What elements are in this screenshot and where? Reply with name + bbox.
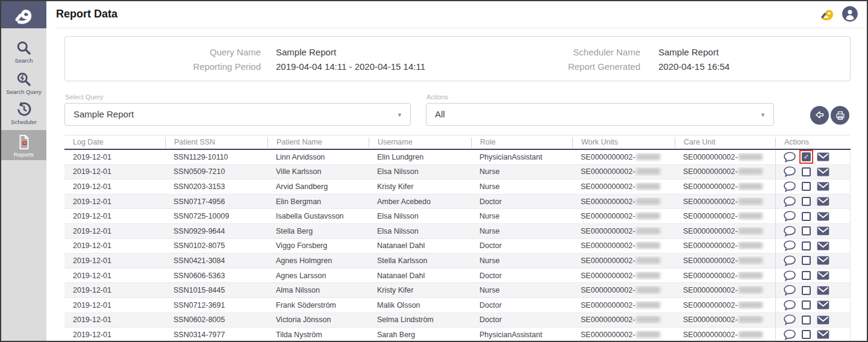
sidebar-item-search[interactable]: Search xyxy=(1,40,46,64)
cell-care-unit: SE0000000002- xyxy=(675,197,775,206)
cell-role: Doctor xyxy=(471,316,572,324)
unit-id-prefix: SE0000000002- xyxy=(581,153,635,161)
sidebar-item-label: Reports xyxy=(1,151,46,158)
cell-patient-ssn: SSN0102-8075 xyxy=(165,241,267,250)
cell-username: Elsa Nilsson xyxy=(369,167,471,176)
comment-button[interactable] xyxy=(784,240,796,251)
cell-care-unit: SE0000000002- xyxy=(675,167,775,176)
select-query-dropdown[interactable]: Sample Report ▼ xyxy=(64,103,411,126)
mail-button[interactable] xyxy=(817,286,829,295)
select-row-checkbox[interactable] xyxy=(801,285,811,296)
mail-icon xyxy=(817,330,829,339)
table-row: 2019-12-01SSN0203-3153Arvid SandbergKris… xyxy=(64,179,851,194)
select-row-checkbox[interactable]: ✓ xyxy=(801,152,811,162)
select-row-checkbox[interactable] xyxy=(801,211,811,222)
unit-id-prefix: SE0000000002- xyxy=(683,182,737,191)
redacted-value xyxy=(738,168,763,175)
comment-bubble-icon xyxy=(784,166,796,177)
mail-button[interactable] xyxy=(817,182,829,191)
comment-button[interactable] xyxy=(784,314,796,325)
checkbox-box xyxy=(802,182,811,191)
cell-username: Sarah Berg xyxy=(369,331,471,339)
comment-button[interactable] xyxy=(784,285,796,296)
cell-log-date: 2019-12-01 xyxy=(64,212,165,220)
cell-care-unit: SE0000000002- xyxy=(675,272,775,280)
comment-button[interactable] xyxy=(784,226,796,237)
sidebar-item-scheduler[interactable]: Scheduler xyxy=(1,101,46,125)
cell-username: Natanael Dahl xyxy=(369,272,471,280)
search-query-icon xyxy=(16,71,32,87)
brand-logo-icon xyxy=(819,5,836,22)
redacted-value xyxy=(636,183,660,190)
select-row-checkbox[interactable] xyxy=(801,167,811,177)
mail-button[interactable] xyxy=(817,197,829,206)
table-header: Log Date Patient SSN Patient Name Userna… xyxy=(64,135,851,150)
checkbox-box xyxy=(802,167,811,176)
comment-button[interactable] xyxy=(784,270,796,281)
unit-id-prefix: SE0000000002- xyxy=(581,272,635,280)
checkbox-box xyxy=(802,300,811,309)
unit-id-prefix: SE0000000002- xyxy=(683,227,737,235)
col-header-care-unit: Care Unit xyxy=(675,137,775,148)
cell-actions: ✓ xyxy=(775,150,851,164)
mail-icon xyxy=(817,316,829,325)
unit-id-prefix: SE0000000002- xyxy=(683,167,737,176)
redacted-value xyxy=(636,257,660,264)
cell-work-units: SE0000000002- xyxy=(572,316,675,324)
mail-button[interactable] xyxy=(817,300,829,309)
comment-button[interactable] xyxy=(784,255,796,266)
cell-actions xyxy=(775,328,851,342)
mail-icon xyxy=(817,212,829,221)
comment-button[interactable] xyxy=(784,329,796,340)
back-button[interactable] xyxy=(810,106,829,125)
mail-button[interactable] xyxy=(817,212,829,221)
actions-filter-dropdown[interactable]: All ▼ xyxy=(426,103,774,126)
mail-button[interactable] xyxy=(817,226,829,235)
select-row-checkbox[interactable] xyxy=(801,270,811,281)
mail-icon xyxy=(817,256,829,265)
comment-button[interactable] xyxy=(784,211,796,222)
comment-button[interactable] xyxy=(784,181,796,192)
comment-bubble-icon xyxy=(784,314,796,325)
user-avatar-icon[interactable] xyxy=(842,6,858,22)
select-row-checkbox[interactable] xyxy=(801,196,811,207)
cell-work-units: SE0000000002- xyxy=(572,286,675,294)
comment-button[interactable] xyxy=(784,166,796,177)
select-row-checkbox[interactable] xyxy=(801,255,811,266)
mail-button[interactable] xyxy=(817,167,829,176)
cell-role: Nurse xyxy=(471,256,572,265)
table-row: 2019-12-01SSN0929-9644Stella BergElsa Ni… xyxy=(64,224,851,239)
mail-button[interactable] xyxy=(817,271,829,280)
comment-button[interactable] xyxy=(784,152,796,163)
table-row: 2019-12-01SSN0509-7210Ville KarlssonElsa… xyxy=(64,165,851,180)
select-row-checkbox[interactable] xyxy=(801,181,811,191)
sidebar-item-label: Search Query xyxy=(1,89,46,95)
mail-button[interactable] xyxy=(817,316,829,325)
redacted-value xyxy=(636,287,660,293)
select-row-checkbox[interactable] xyxy=(801,226,811,236)
mail-button[interactable] xyxy=(817,152,829,161)
col-header-username: Username xyxy=(369,137,471,148)
comment-button[interactable] xyxy=(784,300,796,311)
sidebar-item-search-query[interactable]: Search Query xyxy=(1,71,46,95)
mail-button[interactable] xyxy=(817,241,829,250)
sidebar-item-reports[interactable]: Reports xyxy=(1,130,46,160)
select-row-checkbox[interactable] xyxy=(801,329,811,340)
table-row: 2019-12-01SSN0712-3691Frank SöderströmMa… xyxy=(64,298,851,313)
unit-id-prefix: SE0000000002- xyxy=(683,256,737,265)
redacted-value xyxy=(636,242,660,249)
cell-role: Nurse xyxy=(471,227,572,235)
print-button[interactable] xyxy=(831,106,849,125)
select-row-checkbox[interactable] xyxy=(801,300,811,310)
comment-bubble-icon xyxy=(784,211,796,222)
mail-button[interactable] xyxy=(817,330,829,339)
comment-button[interactable] xyxy=(784,196,796,207)
header-divider xyxy=(55,28,864,28)
mail-icon xyxy=(817,197,829,206)
mail-button[interactable] xyxy=(817,256,829,265)
app-logo[interactable] xyxy=(1,1,46,28)
cell-actions xyxy=(775,239,851,253)
select-row-checkbox[interactable] xyxy=(801,315,811,325)
table-row: 2019-12-01SSN0606-5363Agnes LarssonNatan… xyxy=(64,269,851,284)
select-row-checkbox[interactable] xyxy=(801,241,811,251)
